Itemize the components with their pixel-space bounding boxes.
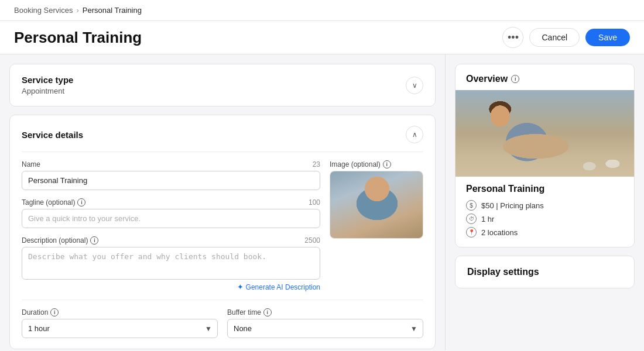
name-label-row: Name 23 (22, 160, 320, 168)
description-char-count: 2500 (304, 236, 320, 245)
breadcrumb-bar: Booking Services › Personal Training (0, 0, 644, 21)
service-image-box[interactable] (330, 171, 423, 239)
description-textarea[interactable] (22, 247, 320, 280)
duration-select-wrap: 30 minutes 45 minutes 1 hour 1.5 hours 2… (22, 319, 218, 338)
tagline-input[interactable] (22, 209, 320, 228)
service-type-info: Service type Appointment (22, 75, 73, 95)
service-type-header: Service type Appointment ∨ (22, 75, 423, 95)
image-label-row: Image (optional) i (330, 160, 423, 168)
service-type-card: Service type Appointment ∨ (9, 64, 436, 106)
ai-sparkle-icon: ✦ (237, 283, 244, 291)
overview-price-item: $ $50 | Pricing plans (466, 200, 624, 211)
overview-duration: 1 hr (481, 215, 494, 223)
generate-ai-description-link[interactable]: ✦ Generate AI Description (237, 283, 320, 291)
clock-icon: ⏱ (466, 214, 477, 224)
tagline-label-row: Tagline (optional) i 100 (22, 198, 320, 207)
buffer-col: Buffer time i None 5 minutes 10 minutes … (227, 308, 423, 338)
page-title: Personal Training (14, 29, 142, 47)
duration-select[interactable]: 30 minutes 45 minutes 1 hour 1.5 hours 2… (22, 319, 218, 338)
form-divider-1 (22, 152, 423, 152)
service-type-title: Service type (22, 75, 73, 85)
buffer-select-wrap: None 5 minutes 10 minutes 15 minutes 30 … (227, 319, 423, 338)
display-settings-title: Display settings (467, 267, 622, 277)
hero-person-image (455, 90, 634, 177)
breadcrumb-current: Personal Training (83, 6, 142, 15)
description-info-icon[interactable]: i (90, 236, 98, 245)
tagline-label: Tagline (optional) (22, 198, 75, 207)
right-panel: Overview i Personal Training $ $50 | Pri… (445, 54, 644, 350)
tagline-char-count: 100 (309, 198, 320, 207)
overview-info-icon[interactable]: i (511, 75, 519, 83)
save-button[interactable]: Save (585, 29, 630, 46)
service-details-title: Service details (22, 130, 83, 140)
overview-locations: 2 locations (481, 228, 518, 237)
service-type-collapse-button[interactable]: ∨ (406, 77, 423, 94)
image-info-icon[interactable]: i (383, 160, 391, 168)
header-actions: ••• Cancel Save (502, 27, 630, 48)
buffer-info-icon[interactable]: i (263, 308, 272, 316)
overview-body: Personal Training $ $50 | Pricing plans … (455, 177, 634, 247)
overview-service-name: Personal Training (466, 184, 624, 194)
chevron-down-icon: ∨ (412, 81, 417, 90)
location-icon: 📍 (466, 227, 477, 238)
duration-label: Duration (22, 308, 48, 316)
tagline-label-wrap: Tagline (optional) i (22, 198, 85, 207)
duration-label-wrap: Duration i (22, 308, 218, 316)
left-panel: Service type Appointment ∨ Service detai… (0, 54, 445, 350)
service-image (330, 171, 423, 238)
overview-hero-image (455, 90, 634, 177)
chevron-up-icon: ∧ (412, 130, 417, 139)
service-details-collapse-button[interactable]: ∧ (406, 126, 423, 143)
overview-duration-item: ⏱ 1 hr (466, 214, 624, 224)
service-type-subtitle: Appointment (22, 87, 73, 95)
name-input[interactable] (22, 171, 320, 190)
overview-title: Overview (466, 74, 508, 84)
name-col: Name 23 Tagline (optional) i 100 (22, 160, 320, 291)
overview-header: Overview i (455, 64, 634, 90)
service-details-card: Service details ∧ Name 23 (9, 115, 436, 349)
price-icon: $ (466, 200, 477, 211)
image-label: Image (optional) (330, 160, 381, 168)
name-label: Name (22, 160, 40, 168)
overview-card: Overview i Personal Training $ $50 | Pri… (455, 64, 635, 247)
duration-info-icon[interactable]: i (50, 308, 59, 316)
duration-col: Duration i 30 minutes 45 minutes 1 hour … (22, 308, 218, 338)
form-divider-2 (22, 300, 423, 300)
ai-link-row: ✦ Generate AI Description (22, 283, 320, 291)
name-char-count: 23 (313, 160, 320, 168)
cancel-button[interactable]: Cancel (529, 28, 580, 47)
overview-price: $50 | Pricing plans (481, 201, 544, 210)
more-options-button[interactable]: ••• (502, 27, 523, 48)
main-layout: Service type Appointment ∨ Service detai… (0, 54, 644, 350)
breadcrumb-separator: › (76, 6, 78, 15)
page-header: Personal Training ••• Cancel Save (0, 21, 644, 54)
overview-locations-item: 📍 2 locations (466, 227, 624, 238)
description-label-wrap: Description (optional) i (22, 236, 98, 245)
breadcrumb-parent[interactable]: Booking Services (14, 6, 73, 15)
tagline-section: Tagline (optional) i 100 (22, 198, 320, 228)
buffer-label-wrap: Buffer time i (227, 308, 423, 316)
description-label-row: Description (optional) i 2500 (22, 236, 320, 245)
display-settings-card: Display settings (455, 256, 635, 288)
description-section: Description (optional) i 2500 ✦ Generate… (22, 236, 320, 291)
description-label: Description (optional) (22, 236, 88, 245)
duration-buffer-row: Duration i 30 minutes 45 minutes 1 hour … (22, 308, 423, 338)
overview-meta: $ $50 | Pricing plans ⏱ 1 hr 📍 2 locatio… (466, 200, 624, 238)
tagline-info-icon[interactable]: i (77, 198, 85, 207)
buffer-select[interactable]: None 5 minutes 10 minutes 15 minutes 30 … (227, 319, 423, 338)
service-details-header: Service details ∧ (22, 126, 423, 143)
buffer-label: Buffer time (227, 308, 261, 316)
name-image-row: Name 23 Tagline (optional) i 100 (22, 160, 423, 291)
image-col: Image (optional) i (330, 160, 423, 239)
